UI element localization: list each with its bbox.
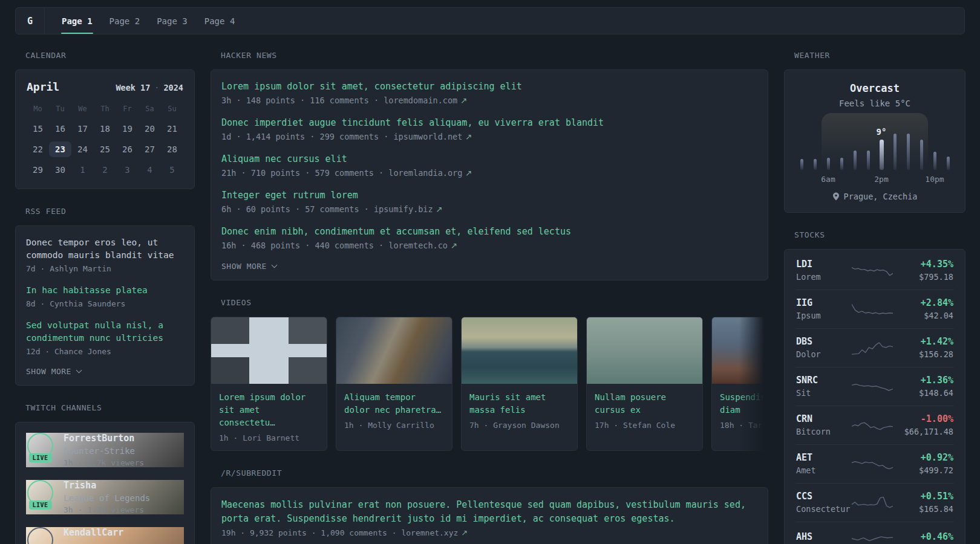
video-meta: 1h · Molly Carrillo xyxy=(344,421,444,430)
calendar-day: 28 xyxy=(161,141,183,157)
rss-item-title[interactable]: Donec tempor eros leo, ut commodo mauris… xyxy=(26,236,184,262)
stock-row[interactable]: CRN Bitcorn -1.00% $66,171.48 xyxy=(785,406,965,444)
weekday-label: Fr xyxy=(116,105,139,113)
twitch-channel-row[interactable]: LIVE KendallCarr xyxy=(26,527,184,544)
reddit-post: Maecenas mollis pulvinar erat non posuer… xyxy=(221,498,757,537)
weather-temp-bar xyxy=(867,151,870,170)
hn-story-meta: 3h · 148 points · 116 comments · loremdo… xyxy=(221,96,757,105)
stock-change: +0.92% xyxy=(893,452,953,463)
subreddit-widget-label: /R/SUBREDDIT xyxy=(211,468,768,478)
nav-tab-label: Page 2 xyxy=(109,16,140,26)
external-link-icon: ↗ xyxy=(465,132,472,141)
calendar-day: 16 xyxy=(49,121,71,137)
hn-story-title[interactable]: Lorem ipsum dolor sit amet, consectetur … xyxy=(221,80,757,93)
hacker-news-card: Lorem ipsum dolor sit amet, consectetur … xyxy=(211,70,768,280)
weekday-label: Th xyxy=(94,105,116,113)
weather-temp-bar xyxy=(827,158,830,170)
weather-hour-column xyxy=(835,119,848,170)
twitch-widget-label: TWITCH CHANNELS xyxy=(15,403,195,412)
calendar-day: 3 xyxy=(116,162,139,178)
rss-item-title[interactable]: In hac habitasse platea xyxy=(26,284,184,297)
calendar-weekday-row: MoTuWeThFrSaSu xyxy=(27,105,183,113)
weekday-label: We xyxy=(71,105,94,113)
reddit-post-domain-link[interactable]: loremnet.xyz↗ xyxy=(401,528,468,537)
stock-change: +0.46% xyxy=(893,531,953,542)
video-card[interactable]: Aliquam tempor dolor nec pharetra… 1h · … xyxy=(336,317,452,451)
weekday-label: Mo xyxy=(27,105,49,113)
hn-story-title[interactable]: Donec enim nibh, condimentum et accumsan… xyxy=(221,225,757,238)
calendar-day-grid: 1516171819202122232425262728293012345 xyxy=(27,121,183,178)
stock-ticker: CRN xyxy=(796,413,852,424)
stock-change: +1.36% xyxy=(893,375,953,386)
calendar-day: 17 xyxy=(71,121,94,137)
video-title: Mauris sit amet massa felis xyxy=(469,391,569,416)
subreddit-card: Maecenas mollis pulvinar erat non posuer… xyxy=(211,487,768,544)
stock-change: +0.51% xyxy=(893,491,953,502)
video-thumbnail xyxy=(336,317,452,384)
reddit-post-title[interactable]: Maecenas mollis pulvinar erat non posuer… xyxy=(221,498,757,526)
hn-story-domain-link[interactable]: loremdomain.com↗ xyxy=(384,96,467,105)
stocks-card: LDI Lorem +4.35% $795.18 xyxy=(784,249,965,544)
stock-row[interactable]: LDI Lorem +4.35% $795.18 xyxy=(785,251,965,290)
nav-tab[interactable]: Page 3 xyxy=(148,8,196,34)
hn-story: Aliquam nec cursus elit 21h · 710 points… xyxy=(221,153,757,178)
twitch-card: LIVE ForrestBurton Counter-Strike 1h · 1… xyxy=(15,422,195,544)
rss-show-more-button[interactable]: SHOW MORE xyxy=(26,367,184,376)
nav-tab[interactable]: Page 4 xyxy=(196,8,244,34)
stock-price: $795.18 xyxy=(893,272,953,282)
external-link-icon: ↗ xyxy=(460,96,467,105)
video-card[interactable]: Nullam posuere cursus ex 17h · Stefan Co… xyxy=(586,317,703,451)
stock-row[interactable]: CCS Consectetur +0.51% $165.84 xyxy=(785,483,965,522)
videos-row: Lorem ipsum dolor sit amet consectetu… 1… xyxy=(211,317,768,451)
weather-location: Prague, Czechia xyxy=(794,192,955,201)
stock-row[interactable]: DBS Dolor +1.42% $156.28 xyxy=(785,328,965,367)
stock-price: $156.28 xyxy=(893,349,953,359)
rss-widget-label: RSS FEED xyxy=(15,207,195,216)
calendar-day: 27 xyxy=(139,141,161,157)
stock-price: $148.64 xyxy=(893,388,953,398)
stock-name: Bitcorn xyxy=(796,427,852,436)
weather-hour-column: 9° 2pm xyxy=(875,119,888,170)
hn-story-domain-link[interactable]: loremtech.co↗ xyxy=(388,241,457,250)
nav-tabs: Page 1 Page 2 Page 3 Page 4 xyxy=(45,8,243,34)
stock-sparkline xyxy=(852,262,893,279)
stock-sparkline xyxy=(852,529,893,544)
hn-story-title[interactable]: Aliquam nec cursus elit xyxy=(221,153,757,166)
hn-story-domain-link[interactable]: ipsumify.biz↗ xyxy=(374,204,443,214)
stock-row[interactable]: SNRC Sit +1.36% $148.64 xyxy=(785,367,965,406)
calendar-day: 25 xyxy=(94,141,116,157)
weather-hour-label: 2pm xyxy=(874,175,888,184)
stock-name: Ipsum xyxy=(796,311,852,320)
twitch-channel-row[interactable]: LIVE Trisha League of Legends 3h · 1.2k … xyxy=(26,480,184,514)
hn-story-title[interactable]: Integer eget rutrum lorem xyxy=(221,189,757,202)
stocks-widget-label: STOCKS xyxy=(784,230,965,239)
weather-temp-bar xyxy=(920,140,923,170)
weather-hour-column xyxy=(915,119,928,170)
stock-row[interactable]: AET Amet +0.92% $499.72 xyxy=(785,444,965,483)
stock-row[interactable]: AHS +0.46% xyxy=(785,522,965,544)
video-thumbnail xyxy=(462,317,577,384)
video-card[interactable]: Mauris sit amet massa felis 7h · Grayson… xyxy=(461,317,578,451)
weather-temp-label: 9° xyxy=(877,127,887,137)
stock-change: +1.42% xyxy=(893,336,953,347)
twitch-channel-row[interactable]: LIVE ForrestBurton Counter-Strike 1h · 1… xyxy=(26,433,184,467)
app-logo[interactable]: G xyxy=(16,8,45,34)
videos-widget-label: VIDEOS xyxy=(211,298,768,307)
nav-tab-label: Page 3 xyxy=(157,16,188,26)
stock-row[interactable]: IIG Ipsum +2.84% $42.04 xyxy=(785,290,965,328)
hn-story-meta: 1d · 1,414 points · 299 comments · ipsum… xyxy=(221,132,757,141)
video-card[interactable]: Lorem ipsum dolor sit amet consectetu… 1… xyxy=(211,317,327,451)
hn-show-more-button[interactable]: SHOW MORE xyxy=(221,262,757,271)
weather-hour-column xyxy=(901,119,915,170)
hn-story-title[interactable]: Donec imperdiet augue tincidunt felis al… xyxy=(221,117,757,129)
stock-sparkline xyxy=(852,455,893,472)
rss-item-meta: 7d · Ashlyn Martin xyxy=(26,264,184,273)
hn-story-domain-link[interactable]: ipsumworld.net↗ xyxy=(393,132,472,141)
nav-tab[interactable]: Page 2 xyxy=(101,8,149,34)
stock-change: -1.00% xyxy=(893,413,953,424)
hn-story-domain-link[interactable]: loremlandia.org↗ xyxy=(388,168,472,178)
rss-item: Sed volutpat nulla nisl, a condimentum n… xyxy=(26,319,184,356)
nav-tab[interactable]: Page 1 xyxy=(53,8,101,34)
weather-temp-bar xyxy=(907,134,910,170)
rss-item-title[interactable]: Sed volutpat nulla nisl, a condimentum n… xyxy=(26,319,184,345)
